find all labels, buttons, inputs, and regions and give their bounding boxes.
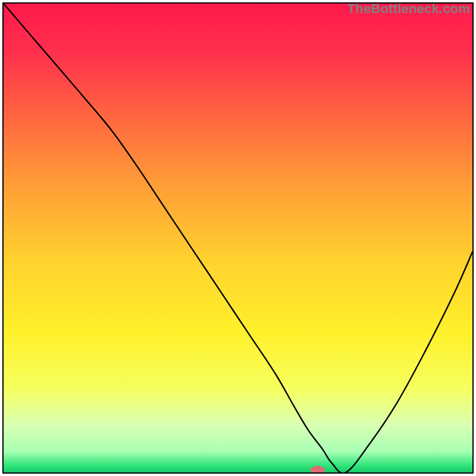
gradient-background	[4, 4, 472, 472]
bottleneck-chart	[0, 0, 476, 476]
chart-stage: TheBottleneck.com	[0, 0, 476, 476]
watermark: TheBottleneck.com	[347, 1, 470, 17]
